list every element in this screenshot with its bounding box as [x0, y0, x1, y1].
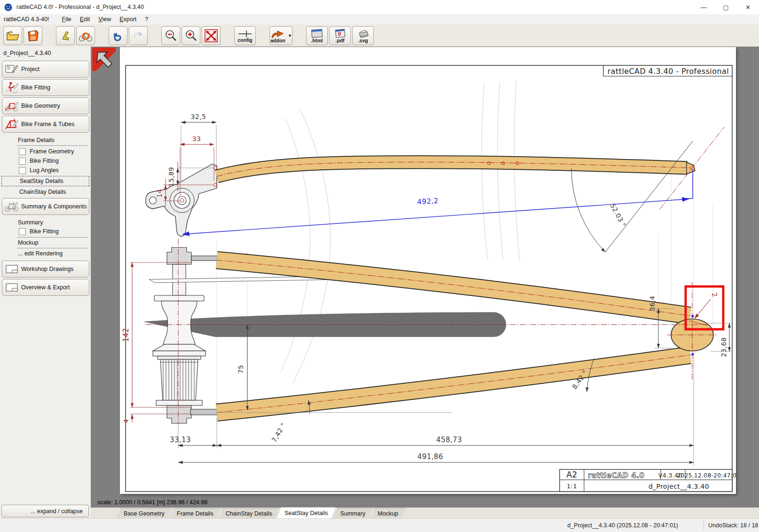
- menu-edit[interactable]: Edit: [76, 15, 95, 24]
- sidebar-button-summary-components[interactable]: Summary & Components: [2, 198, 89, 215]
- checkbox-icon[interactable]: [19, 158, 26, 165]
- open-button[interactable]: [3, 26, 22, 45]
- bike-geometry-icon: [2, 100, 21, 112]
- summary-bike-icon: [2, 200, 21, 213]
- export-svg-button[interactable]: .svg: [352, 26, 374, 45]
- sidebar-button-overview-export[interactable]: Overview & Export: [2, 279, 89, 296]
- item-edit-rendering[interactable]: ... edit Rendering: [0, 249, 91, 258]
- dim-offset-top: 32,5: [191, 113, 206, 120]
- titleblock-logo: rattleCAD 4.0: [588, 471, 645, 480]
- sidebar-button-label: Bike Geometry: [21, 103, 60, 109]
- addon-button[interactable]: addon ▼: [269, 26, 293, 45]
- export-pdf-button[interactable]: .pdf: [329, 26, 351, 45]
- checkbox-icon[interactable]: [19, 228, 26, 235]
- html-label: .html: [311, 38, 323, 43]
- undo-icon: [111, 29, 125, 43]
- miter-reference-line: [605, 141, 693, 252]
- menu-export[interactable]: Export: [115, 15, 141, 24]
- sidebar-item-seatstay-details[interactable]: SeatStay Details: [1, 176, 89, 186]
- close-icon[interactable]: ✕: [737, 0, 759, 14]
- menu-help[interactable]: ?: [141, 15, 152, 24]
- tab-chainstay-details[interactable]: ChainStay Details: [218, 508, 280, 518]
- dim-dropout-x: 33,13: [170, 436, 191, 444]
- dim-top-depth: 23,68: [720, 337, 727, 357]
- sidebar-project-name: d_Project__4.3.40: [0, 47, 91, 59]
- select-tool-button[interactable]: [56, 26, 75, 45]
- expand-collapse-button[interactable]: ... expand / collapse: [1, 505, 89, 517]
- checkbox-icon[interactable]: [19, 167, 26, 174]
- checkbox-icon[interactable]: [19, 148, 26, 155]
- tab-base-geometry[interactable]: Base Geometry: [116, 508, 172, 518]
- divider: [17, 248, 88, 248]
- drawing-canvas[interactable]: rattleCAD 4.3.40 - Professional: [91, 47, 759, 508]
- tab-summary[interactable]: Summary: [332, 508, 372, 518]
- tab-frame-details[interactable]: Frame Details: [169, 508, 221, 518]
- drawing-sheet[interactable]: rattleCAD 4.3.40 - Professional: [120, 47, 736, 494]
- statusbar-undostack: UndoStack: 18 / 18: [708, 522, 758, 529]
- sidebar-button-project[interactable]: Project: [2, 61, 89, 78]
- dim-offset-top2: 33: [192, 135, 201, 143]
- menu-app-label: rattleCAD 4.3-40!: [4, 16, 49, 23]
- dim-drop-height: 15,89: [167, 167, 175, 187]
- section-frame-details: Frame Details: [0, 134, 91, 144]
- sidebar-button-label: Bike Frame & Tubes: [21, 121, 74, 127]
- bike-frame-icon: [2, 118, 21, 130]
- checkbox-label: Bike Fitting: [30, 158, 59, 164]
- config-button[interactable]: config: [234, 26, 256, 45]
- maximize-icon[interactable]: ▢: [715, 0, 737, 14]
- dim-hub-spacing: 142: [122, 328, 130, 342]
- tab-mockup[interactable]: Mockup: [370, 508, 406, 518]
- virtual-stay-line: 492,2: [182, 169, 693, 234]
- app-icon: [4, 3, 12, 11]
- svg-label: .svg: [358, 38, 368, 43]
- save-button[interactable]: [24, 26, 42, 45]
- redo-button[interactable]: [129, 26, 148, 45]
- bike-refresh-icon: [78, 28, 93, 43]
- checkbox-label: Frame Geometry: [30, 148, 74, 155]
- undo-button[interactable]: [109, 26, 127, 45]
- project-icon: [2, 64, 21, 75]
- zoom-fit-button[interactable]: [202, 26, 221, 45]
- dim-splay-angle: 7,42 °: [270, 421, 287, 444]
- zoom-in-button[interactable]: [182, 26, 200, 45]
- checkbox-frame-geometry[interactable]: Frame Geometry: [0, 147, 91, 156]
- divider: [17, 237, 88, 238]
- sidebar-button-workshop-drawings[interactable]: Workshop Drawings: [2, 261, 89, 278]
- bike-fitting-icon: [2, 81, 21, 94]
- tab-seatstay-details[interactable]: SeatStay Details: [277, 507, 335, 518]
- sidebar-button-bike-geometry[interactable]: Bike Geometry: [2, 97, 89, 114]
- wedge-tool-icon: [58, 29, 72, 43]
- folder-icon: [6, 29, 20, 43]
- zoom-fit-icon: [204, 28, 219, 43]
- view-tabstrip: Base Geometry Frame Details ChainStay De…: [91, 508, 759, 518]
- angle-arc: [571, 168, 605, 252]
- pdf-label: .pdf: [335, 38, 344, 43]
- titleblock-datetime: 2025.12.08-20:47:01: [677, 472, 736, 479]
- dim-top-width: 36,4: [648, 296, 656, 311]
- menu-view[interactable]: View: [94, 15, 115, 24]
- sidebar-item-chainstay-details[interactable]: ChainStay Details: [1, 187, 89, 197]
- dim-length-a: 458,73: [436, 436, 462, 444]
- checkbox-summary-bike-fitting[interactable]: Bike Fitting: [0, 227, 91, 236]
- seatstay-tube: [217, 162, 695, 176]
- sidebar-button-label: Workshop Drawings: [21, 266, 74, 272]
- seatstay-drawing: rattleCAD 4.3.40 - Professional: [120, 47, 736, 494]
- refresh-bike-button[interactable]: [76, 26, 95, 45]
- checkbox-label: Lug Angles: [30, 167, 59, 174]
- side-view: 492,2 52.03 °: [146, 113, 724, 252]
- dropout: [146, 164, 217, 236]
- checkbox-bike-fitting[interactable]: Bike Fitting: [0, 156, 91, 166]
- joint-point: [691, 315, 694, 317]
- zoom-out-button[interactable]: [161, 26, 180, 45]
- menu-file[interactable]: File: [58, 15, 76, 24]
- pan-home-widget[interactable]: [92, 48, 116, 71]
- dim-length-b: 491,86: [418, 453, 443, 461]
- checkbox-lug-angles[interactable]: Lug Angles: [0, 166, 91, 175]
- minimize-icon[interactable]: —: [693, 0, 715, 14]
- title-block: A2 rattleCAD 4.0 V4.3.40 2025.12.08-20:4…: [560, 469, 736, 492]
- export-html-button[interactable]: .html: [306, 26, 328, 45]
- drawing-sheet-icon: [2, 263, 21, 275]
- sidebar-button-bike-frame[interactable]: Bike Frame & Tubes: [2, 116, 89, 133]
- sidebar-button-bike-fitting[interactable]: Bike Fitting: [2, 79, 89, 96]
- addon-label: addon: [270, 38, 285, 43]
